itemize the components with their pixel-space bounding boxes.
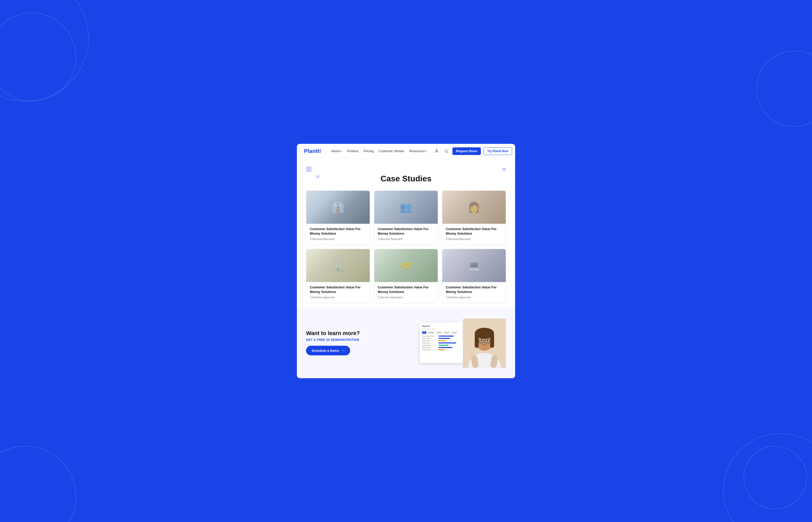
case-study-card-6[interactable]: Customer Satisfaction Value For Money So… — [442, 249, 506, 303]
cta-subtitle: GET A FREE 30 DEMONSTRATION — [306, 338, 415, 342]
card-body-3: Customer Satisfaction Value For Money So… — [442, 224, 506, 244]
deco-squares: Case Studies — [306, 166, 506, 190]
nav-link-pricing[interactable]: Pricing — [364, 149, 374, 153]
svg-point-11 — [481, 340, 482, 342]
main-container: PlanIt! Home ▾ Product Pricing Customer … — [297, 144, 515, 378]
arrow-icon: → — [341, 348, 344, 353]
card-subtitle-6: Colloctive-Approach — [446, 296, 502, 299]
svg-rect-8 — [490, 333, 494, 348]
card-image-4 — [306, 249, 370, 282]
nav-links: Home ▾ Product Pricing Customer Stories … — [331, 149, 427, 153]
dash-tab-3[interactable]: Closed — [443, 331, 450, 334]
nav-link-customer-stories[interactable]: Customer Stories — [379, 149, 404, 153]
user-icon[interactable] — [433, 148, 440, 155]
card-subtitle-5: Colloctive-Approach — [378, 296, 434, 299]
deco-square-3 — [502, 168, 506, 171]
svg-point-12 — [487, 340, 488, 342]
cta-person-image — [463, 319, 506, 368]
logo[interactable]: PlanIt! — [304, 148, 321, 155]
nav-link-resources[interactable]: Resources ▾ — [409, 149, 427, 153]
dash-tab-4[interactable]: Cancel — [451, 331, 457, 334]
svg-line-2 — [447, 152, 448, 153]
card-title-4: Customer Satisfaction Value For Money So… — [310, 285, 366, 294]
card-subtitle-1: Colloctive-Approach — [310, 237, 366, 240]
chevron-down-icon: ▾ — [341, 150, 342, 153]
page-title: Case Studies — [306, 169, 506, 190]
nav-actions: Request Demo Try PlanIt Now — [433, 147, 512, 155]
deco-square-2 — [316, 175, 319, 178]
bg-circle-1 — [0, 0, 89, 101]
card-image-3 — [442, 191, 506, 224]
card-body-4: Customer Satisfaction Value For Money So… — [306, 282, 370, 303]
card-image-2 — [374, 191, 438, 224]
svg-point-0 — [436, 149, 437, 151]
logo-exclamation: ! — [319, 148, 321, 154]
nav-link-product[interactable]: Product — [347, 149, 359, 153]
logo-text: PlanIt — [304, 148, 319, 154]
deco-square-1 — [306, 166, 312, 172]
schedule-demo-button[interactable]: Schedule a Demo → — [306, 346, 350, 355]
card-image-6 — [442, 249, 506, 282]
cta-left: Want to learn more? GET A FREE 30 DEMONS… — [306, 330, 415, 355]
chevron-down-icon-resources: ▾ — [426, 150, 427, 153]
bg-circle-6 — [744, 446, 807, 509]
dash-tab-0[interactable]: All — [422, 331, 426, 334]
card-body-2: Customer Satisfaction Value For Money So… — [374, 224, 438, 244]
svg-rect-7 — [475, 333, 479, 348]
card-body-1: Customer Satisfaction Value For Money So… — [306, 224, 370, 244]
dash-tab-1[interactable]: Pending — [427, 331, 434, 334]
card-title-1: Customer Satisfaction Value For Money So… — [310, 227, 366, 236]
card-title-5: Customer Satisfaction Value For Money So… — [378, 285, 434, 294]
case-study-card-2[interactable]: Customer Satisfaction Value For Money So… — [374, 190, 438, 245]
card-title-3: Customer Satisfaction Value For Money So… — [446, 227, 502, 236]
bg-circle-3 — [0, 446, 76, 522]
bg-circle-2 — [0, 13, 76, 101]
card-subtitle-4: Colloctive-Approach — [310, 296, 366, 299]
case-study-card-3[interactable]: Customer Satisfaction Value For Money So… — [442, 190, 506, 245]
case-study-card-4[interactable]: Customer Satisfaction Value For Money So… — [306, 249, 370, 303]
card-subtitle-3: Colloctive-Approach — [446, 237, 502, 240]
bg-circle-4 — [756, 51, 812, 127]
card-image-1 — [306, 191, 370, 224]
svg-point-1 — [445, 149, 447, 152]
card-title-2: Customer Satisfaction Value For Money So… — [378, 227, 434, 236]
dash-tab-2[interactable]: Confirm — [435, 331, 442, 334]
bg-circle-5 — [723, 433, 812, 522]
case-study-card-5[interactable]: Customer Satisfaction Value For Money So… — [374, 249, 438, 303]
request-demo-button[interactable]: Request Demo — [452, 147, 481, 155]
cta-section: Want to learn more? GET A FREE 30 DEMONS… — [297, 308, 515, 378]
card-image-5 — [374, 249, 438, 282]
card-title-6: Customer Satisfaction Value For Money So… — [446, 285, 502, 294]
search-icon[interactable] — [443, 148, 450, 155]
navbar: PlanIt! Home ▾ Product Pricing Customer … — [297, 144, 515, 159]
case-study-card-1[interactable]: Customer Satisfaction Value For Money So… — [306, 190, 370, 245]
card-body-5: Customer Satisfaction Value For Money So… — [374, 282, 438, 303]
content-area: Case Studies Customer Satisfaction Value… — [297, 159, 515, 303]
cta-right: Reports Appointments 2024 All Pending Co… — [415, 317, 506, 368]
nav-link-home[interactable]: Home ▾ — [331, 149, 342, 153]
cards-grid: Customer Satisfaction Value For Money So… — [306, 190, 506, 303]
card-subtitle-2: Colloctive-Approach — [378, 237, 434, 240]
try-planit-button[interactable]: Try PlanIt Now — [483, 147, 512, 155]
card-body-6: Customer Satisfaction Value For Money So… — [442, 282, 506, 303]
cta-title: Want to learn more? — [306, 330, 415, 337]
